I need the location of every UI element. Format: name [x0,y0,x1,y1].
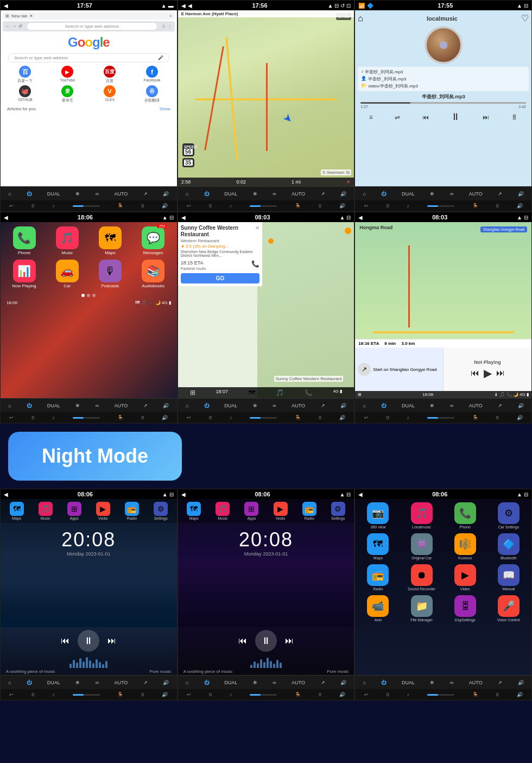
add-tab-icon[interactable]: ✕ [29,14,33,18]
back-s9[interactable]: ◀ [358,491,363,497]
app-radio-s9[interactable]: 📻 Radio [358,564,397,591]
curve-s7[interactable]: ↗ [143,680,148,685]
night-app-music[interactable]: 🎵 Music [39,502,53,520]
back-sub-s4[interactable]: ↩ [9,415,14,420]
vol-sub-s3[interactable]: 🔊 [517,203,523,209]
vol-s7[interactable]: 🔊 [163,680,169,685]
prev-btn[interactable]: ⏮ [422,113,429,121]
heart-icon[interactable]: ♡ [521,13,529,23]
home-s3[interactable]: ⌂ [363,191,366,197]
back-s4[interactable]: ◀ [4,215,8,220]
power-s3[interactable]: ⏻ [381,191,386,197]
app-maps[interactable]: 🗺 Maps [91,226,129,255]
dot-1[interactable] [81,294,85,297]
snow-s3[interactable]: ❄ [430,191,434,197]
music-sub-s7[interactable]: ♪ [52,692,55,697]
power-btn-s1[interactable]: ⏻ [27,191,31,197]
vol-s4[interactable]: 🔊 [163,403,169,408]
snow-s2[interactable]: ❄ [253,191,257,197]
power-s8[interactable]: ⏻ [204,680,209,685]
back-sub-s2[interactable]: ↩ [187,203,191,209]
link-s3[interactable]: ∞ [450,191,453,197]
temp-slider-s1[interactable] [73,205,100,207]
back-s8[interactable]: ◀ [181,491,186,497]
dual-s7[interactable]: DUAL [47,680,60,685]
phone-poi-btn[interactable]: 📞 [251,260,259,268]
shortcut-vlex[interactable]: V VLEX [90,85,130,103]
dot-3[interactable] [92,294,96,297]
vol-s8[interactable]: 🔊 [340,680,346,685]
night-app-apps[interactable]: ⊞ Apps [67,502,81,520]
temp-slider-s3[interactable] [427,205,454,207]
power-s4[interactable]: ⏻ [27,403,31,408]
plus-icon[interactable]: + [169,14,172,18]
link-s5[interactable]: ∞ [273,403,276,408]
temp-slider-s2[interactable] [250,205,277,207]
vol-s3[interactable]: 🔊 [518,191,524,197]
more-icon[interactable]: ⋮ [168,24,172,29]
auto-s8[interactable]: AUTO [292,680,305,685]
show-link[interactable]: Show [160,106,170,111]
link-s2[interactable]: ∞ [273,191,276,197]
next-s6[interactable]: ⏭ [496,368,505,378]
night-app-settings[interactable]: ⚙ Settings [154,502,168,520]
back-icon[interactable]: ◀ [4,3,8,9]
eq-btn[interactable]: 🎚 [511,113,518,121]
vol-s2[interactable]: 🔊 [340,191,346,197]
prev-night-s8[interactable]: ⏮ [238,636,247,646]
music-sub-s2[interactable]: ♪ [230,203,232,209]
shortcut-iqiyi[interactable]: 爱 爱奇艺 [47,85,88,103]
nav-fwd[interactable]: → [12,24,16,29]
back-sub-s3[interactable]: ↩ [364,203,369,209]
curve-s8[interactable]: ↗ [321,680,325,685]
auto-s9[interactable]: AUTO [469,680,483,685]
next-btn[interactable]: ⏭ [483,113,489,121]
home-s4[interactable]: ⌂ [8,403,11,408]
shortcut-github[interactable]: 🐙 GITHUB [5,85,46,103]
link-btn-s1[interactable]: ∞ [96,191,99,197]
vol-sub-s2[interactable]: 🔊 [339,203,345,209]
back-sub-s5[interactable]: ↩ [187,415,191,420]
poi-close-btn[interactable]: ✕ [255,225,259,258]
app-podcasts[interactable]: 🎙 Podcasts [91,260,129,288]
microphone-icon[interactable]: 🎤 [158,55,163,60]
auto-s4[interactable]: AUTO [115,403,128,408]
carplay-map[interactable]: Hongma Road Shangliao Gongye Road [355,222,531,339]
app-filemanager[interactable]: 📁 File Manager [402,595,441,622]
vol-sub-s7[interactable]: 🔊 [162,692,168,697]
map-area-s5[interactable]: Sunny Coffee Western Restaurant [257,222,354,398]
grid-s6[interactable]: ⊞ [358,392,362,397]
snow-s9[interactable]: ❄ [430,680,434,685]
back-sub-s1[interactable]: ↩ [9,203,14,209]
back2-icon-s2[interactable]: ◀ [188,3,192,9]
power-s6[interactable]: ⏻ [381,403,386,408]
app-360view[interactable]: 📷 360 view [358,502,397,529]
night-app-radio-s8[interactable]: 📻 Radio [302,502,316,520]
auto-s2[interactable]: AUTO [292,191,305,197]
back-s7[interactable]: ◀ [4,491,8,497]
dual-s3[interactable]: DUAL [402,191,415,197]
app-soundrecorder[interactable]: ⏺ Sound Recorder [402,564,441,591]
power-s5[interactable]: ⏻ [204,403,209,408]
vol-sub-s5[interactable]: 🔊 [339,415,345,420]
link-s8[interactable]: ∞ [273,680,276,685]
music-sub-s3[interactable]: ♪ [407,203,410,209]
curve-s2[interactable]: ↗ [321,191,325,197]
temp-slider-s4[interactable] [73,417,100,419]
temp-slider-s8[interactable] [250,694,277,696]
app-messages[interactable]: 💬 259 Messages [134,226,172,255]
snow-btn-s1[interactable]: ❄ [75,191,80,197]
dual-s6[interactable]: DUAL [402,403,415,408]
prev-night-s7[interactable]: ⏮ [61,636,69,646]
home-s2[interactable]: ⌂ [186,191,188,197]
music-sub-s1[interactable]: ♪ [52,203,55,209]
night-app-radio[interactable]: 📻 Radio [125,502,139,520]
vol-sub-s8[interactable]: 🔊 [339,692,345,697]
star-icon[interactable]: ☆ [162,24,166,29]
curve-s3[interactable]: ↗ [498,191,502,197]
refresh-s2[interactable]: ↺ [340,3,345,9]
curve-s9[interactable]: ↗ [498,680,502,685]
app-maps-s9[interactable]: 🗺 Maps [358,533,397,560]
nav-back[interactable]: ← [5,24,10,29]
playlist-item-1[interactable]: ♪ 半壶纱_刘珂矣.mp3 [359,68,527,75]
